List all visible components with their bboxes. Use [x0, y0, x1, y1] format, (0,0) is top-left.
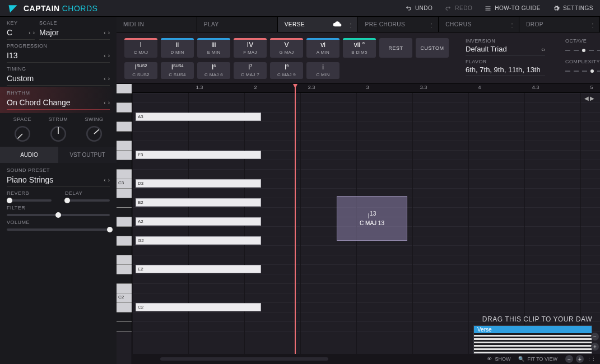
redo-icon	[445, 5, 452, 12]
zoom-in-h-button[interactable]: +	[576, 355, 584, 363]
delay-slider[interactable]	[65, 199, 110, 202]
chevron-left-icon[interactable]: ‹	[104, 177, 105, 183]
progression-label: PROGRESSION	[7, 43, 110, 49]
chevron-right-icon[interactable]: ›	[108, 100, 110, 106]
list-icon	[485, 5, 491, 12]
drag-clip[interactable]: Verse	[473, 325, 592, 354]
fit-to-view-button[interactable]: 🔍FIT TO VIEW	[518, 356, 557, 362]
sidebar: KEY C ‹› SCALE Major ‹› PROGRESSION I13 …	[0, 17, 117, 364]
tab-drop[interactable]: DROP⋮	[519, 17, 600, 32]
chevron-right-icon[interactable]: ›	[108, 76, 110, 82]
custom-button[interactable]: CUSTOM	[416, 38, 449, 58]
tab-menu-icon[interactable]: ⋮	[590, 21, 595, 27]
scale-label: SCALE	[39, 20, 110, 26]
how-to-guide-button[interactable]: HOW-TO GUIDE	[485, 5, 541, 12]
timing-label: TIMING	[7, 66, 110, 72]
swing-knob[interactable]	[85, 124, 104, 143]
midi-note[interactable]: F3	[136, 151, 261, 159]
midi-note[interactable]: B2	[136, 198, 261, 207]
volume-slider[interactable]	[7, 228, 110, 231]
piano-roll[interactable]: C3C2 1.322.333.344.35 I13 C MAJ 13 ◀▶ DR…	[117, 84, 600, 364]
loop-handles[interactable]: ◀▶	[584, 95, 594, 101]
progression-select[interactable]: I13 ‹›	[7, 50, 110, 63]
chord-ext-button[interactable]: ISUS2C SUS2	[124, 62, 157, 79]
eye-icon: 👁	[487, 356, 492, 362]
show-button[interactable]: 👁SHOW	[487, 356, 510, 362]
piano-keys[interactable]: C3C2	[117, 84, 132, 364]
chevron-right-icon[interactable]: ›	[108, 30, 110, 36]
rhythm-label: RHYTHM	[7, 90, 110, 96]
redo-button[interactable]: REDO	[445, 5, 472, 12]
chevron-right-icon[interactable]: ›	[108, 177, 110, 183]
chord-button[interactable]: iiiE MIN	[197, 38, 230, 58]
tab-chorus[interactable]: CHORUS⋮	[439, 17, 519, 32]
preset-select[interactable]: Piano Strings ‹›	[7, 174, 110, 187]
inversion-select[interactable]: Default Triad ‹›	[466, 45, 545, 55]
midi-note[interactable]: A2	[136, 217, 261, 226]
chord-ext-button[interactable]: I9C MAJ 9	[270, 62, 303, 79]
key-label: KEY	[7, 20, 35, 26]
chord-clip-drag-ghost[interactable]: I13 C MAJ 13	[337, 196, 407, 241]
key-select[interactable]: C ‹›	[7, 27, 35, 40]
tab-menu-icon[interactable]: ⋮	[429, 21, 434, 27]
tab-menu-icon[interactable]: ⋮	[509, 21, 514, 27]
horizontal-scrollbar[interactable]	[160, 357, 328, 361]
flavor-select[interactable]: 6th, 7th, 9th, 11th, 13th	[466, 66, 545, 76]
midi-note[interactable]: A3	[136, 113, 261, 121]
scale-select[interactable]: Major ‹›	[39, 27, 110, 40]
cloud-sync-icon[interactable]	[333, 21, 342, 28]
logo-icon	[7, 2, 19, 15]
chord-ext-button[interactable]: I6C MAJ 6	[197, 62, 230, 79]
tab-verse[interactable]: VERSE ⋮	[278, 17, 359, 32]
complexity-ticks[interactable]	[565, 69, 600, 73]
chevron-right-icon[interactable]: ›	[543, 46, 545, 53]
playhead[interactable]	[295, 84, 296, 364]
chord-ext-button[interactable]: iC MIN	[306, 62, 339, 79]
tab-vst-output[interactable]: VST OUTPUT	[58, 147, 117, 163]
tab-audio[interactable]: AUDIO	[0, 147, 58, 163]
app-title: CAPTAINCHORDS	[24, 4, 97, 13]
chevron-left-icon[interactable]: ‹	[104, 53, 105, 59]
zoom-out-v-button[interactable]: −	[591, 333, 599, 340]
strum-knob[interactable]	[49, 124, 68, 143]
tab-pre-chorus[interactable]: PRE CHORUS⋮	[358, 17, 439, 32]
rhythm-select[interactable]: On Chord Change ‹›	[7, 97, 110, 110]
settings-button[interactable]: SETTINGS	[553, 5, 593, 12]
chevron-left-icon[interactable]: ‹	[29, 30, 30, 36]
app-header: CAPTAINCHORDS UNDO REDO HOW-TO GUIDE SET…	[0, 0, 600, 17]
chevron-left-icon[interactable]: ‹	[104, 30, 105, 36]
zoom-out-h-button[interactable]: −	[565, 355, 573, 363]
search-icon: 🔍	[518, 356, 524, 362]
chevron-left-icon[interactable]: ‹	[104, 76, 105, 82]
filter-label: FILTER	[7, 205, 110, 211]
rest-button[interactable]: REST	[379, 38, 412, 58]
midi-note[interactable]: E2	[136, 265, 261, 273]
chord-ext-button[interactable]: I7C MAJ 7	[234, 62, 267, 79]
space-knob[interactable]	[13, 124, 32, 143]
tab-midi-in[interactable]: MIDI IN	[117, 17, 197, 32]
chevron-right-icon[interactable]: ›	[33, 30, 35, 36]
undo-button[interactable]: UNDO	[405, 5, 432, 12]
filter-slider[interactable]	[7, 214, 110, 216]
tab-menu-icon[interactable]: ⋮	[348, 21, 353, 27]
zoom-in-v-button[interactable]: +	[591, 343, 599, 351]
chord-ext-button[interactable]: ISUS4C SUS4	[161, 62, 194, 79]
chord-button[interactable]: VG MAJ	[270, 38, 303, 58]
timing-select[interactable]: Custom ‹›	[7, 73, 110, 86]
chord-button[interactable]: iiD MIN	[161, 38, 194, 58]
chord-button[interactable]: IVF MAJ	[234, 38, 267, 58]
gear-icon	[553, 5, 560, 12]
timeline-ruler[interactable]: 1.322.333.344.35	[132, 84, 600, 93]
tab-play[interactable]: PLAY	[197, 17, 278, 32]
midi-note[interactable]: C2	[136, 303, 261, 311]
midi-note[interactable]: D3	[136, 179, 261, 188]
chord-button[interactable]: vii °B DIM5	[343, 38, 376, 58]
grid-menu-icon[interactable]: ⋮⋮	[587, 356, 596, 362]
chevron-left-icon[interactable]: ‹	[104, 100, 105, 106]
reverb-slider[interactable]	[7, 199, 52, 202]
chevron-right-icon[interactable]: ›	[108, 53, 110, 59]
chord-button[interactable]: viA MIN	[306, 38, 339, 58]
chord-button[interactable]: IC MAJ	[124, 38, 157, 58]
midi-note[interactable]: G2	[136, 236, 261, 245]
octave-ticks[interactable]	[565, 48, 600, 53]
